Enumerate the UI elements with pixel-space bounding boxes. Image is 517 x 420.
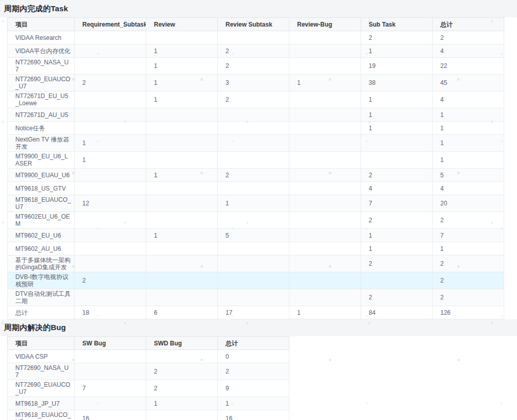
value-cell: 1 [75,152,146,169]
project-cell: MT9602_EU_U6 [8,229,75,242]
column-header: 项目 [8,337,75,350]
table-row[interactable]: NextGen TV 播放器开发11 [8,135,504,152]
value-cell: 7 [361,195,433,212]
value-cell [146,255,218,272]
value-cell: 1 [433,135,504,152]
value-cell: 1 [433,152,504,169]
completed-task-table: 项目Requirement_SubtaskReviewReview Subtas… [7,17,504,319]
project-cell: MT9900_EUAU_U6 [8,169,75,182]
value-cell [289,169,361,182]
value-cell: 16 [218,410,289,420]
project-cell: VIDAA平台内存优化 [8,44,75,58]
value-cell: 5 [218,229,289,242]
value-cell: 2 [433,31,504,44]
table-row[interactable]: MT9602_EU_U61517 [8,229,504,242]
column-header: Review-Bug [289,18,361,31]
value-cell: 2 [218,58,289,75]
value-cell: 2 [146,380,218,397]
value-cell: 2 [361,169,433,182]
value-cell [289,229,361,242]
value-cell: 2 [361,255,433,272]
value-cell: 4 [433,44,504,58]
value-cell [146,135,218,152]
project-cell: MT9602EU_U6_OEM [8,212,75,229]
table-row[interactable]: NT72671D_AU_U511 [8,108,504,122]
value-cell [146,195,218,212]
value-cell: 1 [146,229,218,242]
value-cell: 2 [433,255,504,272]
value-cell [75,169,146,182]
value-cell: 7 [75,380,146,397]
value-cell [75,44,146,58]
task-table-header-row: 项目Requirement_SubtaskReviewReview Subtas… [8,18,504,31]
project-cell: DVB-I数字电视协议栈预研 [8,272,75,289]
value-cell: 4 [433,91,504,108]
table-row[interactable]: VIDAA平台内存优化1214 [8,44,504,58]
table-row[interactable]: MT9900_EU_U6_LASER11 [8,152,504,169]
value-cell [218,108,289,122]
value-cell: 2 [218,44,289,58]
total-row[interactable]: 总计18617184126 [8,306,504,319]
table-row[interactable]: MT9900_EUAU_U61225 [8,169,504,182]
table-row[interactable]: MT9618_JP_U711 [8,397,289,410]
value-cell: 1 [433,242,504,255]
table-row[interactable]: 基于多媒体统一架构的GingaD集成开发22 [8,255,504,272]
value-cell [289,58,361,75]
table-row[interactable]: NT72671D_EU_U5_Loewe1214 [8,91,504,108]
project-cell: Notice任务 [8,122,75,135]
table-row[interactable]: MT9618_US_GTV44 [8,182,504,195]
value-cell: 7 [433,229,504,242]
table-row[interactable]: DTV自动化测试工具二期22 [8,289,504,306]
value-cell: 2 [361,212,433,229]
table-row[interactable]: Notice任务11 [8,122,504,135]
tasks-section-body: 项目Requirement_SubtaskReviewReview Subtas… [0,17,517,319]
project-cell: NT72690_EUAUCO_U7 [8,75,75,91]
column-header: Review [146,18,218,31]
table-row[interactable]: MT9602_AU_U611 [8,242,504,255]
value-cell: 1 [146,75,218,91]
value-cell [146,31,218,44]
table-row[interactable]: VIDAA Research22 [8,31,504,44]
table-row[interactable]: MT9602EU_U6_OEM22 [8,212,504,229]
table-row[interactable]: MT9618_EUAUCO_U7121720 [8,195,504,212]
value-cell: 6 [146,306,218,319]
value-cell [218,272,289,289]
value-cell: 2 [75,75,146,91]
value-cell [75,182,146,195]
value-cell [289,212,361,229]
value-cell [289,108,361,122]
value-cell: 1 [361,44,433,58]
table-row[interactable]: NT72690_EUAUCO_U7729 [8,380,289,397]
value-cell [75,58,146,75]
project-cell: MT9618_US_GTV [8,182,75,195]
value-cell: 1 [146,91,218,108]
column-header: 总计 [218,337,289,350]
table-row[interactable]: NT72690_EUAUCO_U721313845 [8,75,504,91]
table-row[interactable]: NT72690_NASA_U722 [8,363,289,380]
table-row[interactable]: MT9618_EUAUCO_U71616 [8,410,289,420]
project-cell: NT72671D_EU_U5_Loewe [8,91,75,108]
value-cell: 2 [361,31,433,44]
value-cell: 2 [218,91,289,108]
value-cell: 1 [218,195,289,212]
project-cell: MT9618_EUAUCO_U7 [8,410,75,420]
value-cell: 1 [289,75,361,91]
value-cell [75,289,146,306]
table-row[interactable]: NT72690_NASA_U7121922 [8,58,504,75]
value-cell: 1 [433,122,504,135]
value-cell: 1 [75,135,146,152]
value-cell [75,108,146,122]
value-cell [146,152,218,169]
value-cell [289,272,361,289]
table-row[interactable]: DVB-I数字电视协议栈预研22 [8,272,504,289]
value-cell [146,272,218,289]
project-cell: MT9602_AU_U6 [8,242,75,255]
value-cell [289,122,361,135]
value-cell [289,255,361,272]
value-cell: 45 [433,75,504,91]
table-row[interactable]: VIDAA CSP0 [8,350,289,363]
value-cell [289,195,361,212]
value-cell [146,410,218,420]
value-cell: 1 [361,122,433,135]
column-header: SWD Bug [146,337,218,350]
